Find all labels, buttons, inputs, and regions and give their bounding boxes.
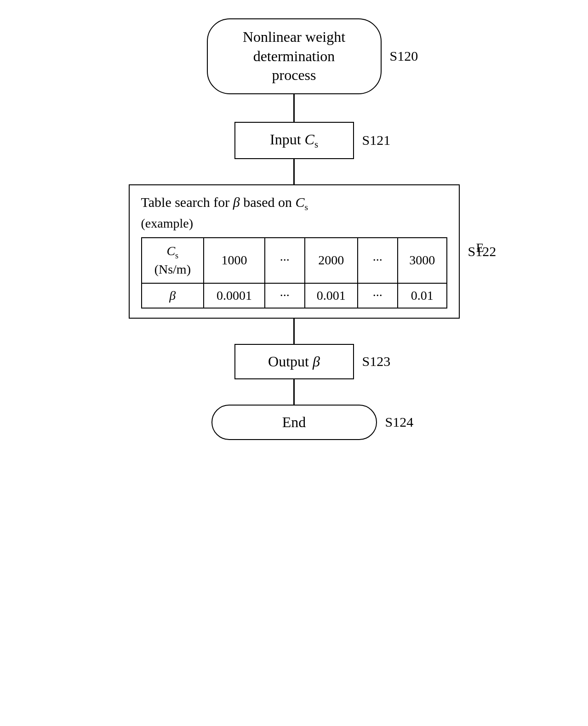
s121-node: Input Cs — [234, 122, 354, 159]
s123-label: S123 — [362, 354, 391, 369]
connector-2 — [293, 159, 295, 184]
s121-cs: C — [305, 131, 314, 148]
table-cell-dots1a: ··· — [265, 238, 305, 283]
table-cell-cs-header: Cs(Ns/m) — [142, 238, 204, 283]
s122-row: Table search for β based on Cs (example)… — [129, 184, 460, 319]
lookup-table: Cs(Ns/m) 1000 ··· 2000 ··· 3000 β 0.0001… — [141, 237, 447, 309]
cs-title: C — [296, 194, 305, 210]
table-row-1: Cs(Ns/m) 1000 ··· 2000 ··· 3000 — [142, 238, 447, 283]
s124-row: End S124 — [211, 405, 377, 440]
table-cell-dots2a: ··· — [358, 238, 398, 283]
s123-node: Output β — [234, 344, 354, 379]
s124-text: End — [282, 414, 306, 430]
connector-4 — [293, 379, 295, 405]
table-cell-dots2b: ··· — [358, 283, 398, 308]
table-cell-2000: 2000 — [305, 238, 358, 283]
s121-row: Input Cs S121 — [234, 122, 354, 159]
table-cell-01: 0.01 — [398, 283, 447, 308]
s120-row: Nonlinear weight determination process S… — [207, 18, 382, 94]
s120-line2: determination process — [253, 48, 335, 84]
s122-node: Table search for β based on Cs (example)… — [129, 184, 460, 319]
s123-beta: β — [313, 353, 320, 370]
table-cell-dots1b: ··· — [265, 283, 305, 308]
s123-row: Output β S123 — [234, 344, 354, 379]
s122-label: S122 — [468, 244, 497, 259]
connector-1 — [293, 94, 295, 122]
connector-3 — [293, 319, 295, 344]
table-row-2: β 0.0001 ··· 0.001 ··· 0.01 — [142, 283, 447, 308]
flowchart: Nonlinear weight determination process S… — [0, 0, 588, 440]
beta-title: β — [233, 194, 240, 210]
s124-node: End — [211, 405, 377, 440]
table-cell-1000: 1000 — [204, 238, 265, 283]
s120-line1: Nonlinear weight — [243, 29, 345, 45]
s120-node: Nonlinear weight determination process — [207, 18, 382, 94]
table-cell-beta-header: β — [142, 283, 204, 308]
table-cell-3000: 3000 — [398, 238, 447, 283]
cs-title-sub: s — [305, 202, 308, 212]
s121-cs-sub: s — [314, 139, 318, 149]
table-title: Table search for β based on Cs — [141, 194, 447, 212]
s120-label: S120 — [390, 48, 418, 64]
table-subtitle: (example) — [141, 216, 447, 231]
table-cell-0001: 0.0001 — [204, 283, 265, 308]
s124-label: S124 — [385, 414, 414, 430]
s121-label: S121 — [362, 132, 391, 148]
table-cell-001: 0.001 — [305, 283, 358, 308]
